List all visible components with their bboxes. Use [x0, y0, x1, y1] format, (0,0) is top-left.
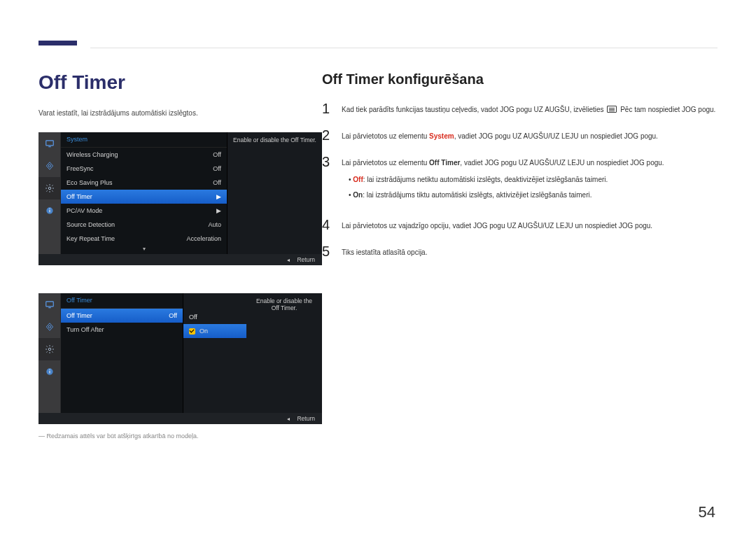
picture-icon[interactable]: [38, 155, 60, 177]
left-column: Off Timer Varat iestatīt, lai izstrādāju…: [38, 71, 322, 440]
option-on[interactable]: On: [183, 324, 246, 338]
page-number: 54: [699, 503, 715, 521]
page-title: Off Timer: [38, 71, 322, 94]
menu-source-detection[interactable]: Source DetectionAuto: [61, 218, 227, 232]
step-number: 2: [322, 128, 333, 142]
osd-description: Enable or disable the Off Timer.: [227, 132, 322, 254]
check-icon: [189, 328, 195, 335]
step-number: 5: [322, 244, 333, 258]
divider: [90, 48, 718, 48]
picture-icon[interactable]: [38, 316, 60, 338]
osd-header: System: [61, 132, 227, 148]
section-title: Off Timer konfigurēšana: [322, 71, 718, 87]
step-number: 1: [322, 101, 333, 115]
back-arrow-icon: ◂: [287, 257, 290, 263]
step-text: Lai pārvietotos uz elementu Off Timer, v…: [342, 155, 718, 205]
step-number: 4: [322, 218, 333, 232]
step-text: Kad tiek parādīts funkcijas taustiņu ceļ…: [342, 101, 718, 115]
osd-footer: ◂ Return: [38, 254, 322, 265]
monitor-icon[interactable]: [38, 132, 60, 155]
menu-pc-av-mode[interactable]: PC/AV Mode▶: [61, 204, 227, 218]
svg-rect-7: [46, 302, 53, 307]
svg-rect-1: [48, 146, 51, 147]
settings-icon[interactable]: [38, 338, 60, 360]
menu-freesync[interactable]: FreeSyncOff: [61, 162, 227, 176]
right-column: Off Timer konfigurēšana 1 Kad tiek parād…: [322, 71, 718, 271]
return-label[interactable]: Return: [297, 415, 315, 422]
svg-rect-8: [48, 307, 51, 308]
options-column: Off On: [183, 293, 246, 413]
step-text: Tiks iestatīta atlasītā opcija.: [342, 244, 718, 258]
monitor-icon[interactable]: [38, 293, 60, 316]
svg-rect-13: [49, 370, 50, 370]
scroll-down-indicator: ▾: [61, 246, 227, 254]
menu-icon: [607, 106, 617, 113]
osd-header: Off Timer: [61, 293, 183, 309]
osd-system-menu: System Wireless ChargingOff FreeSyncOff …: [38, 132, 322, 265]
bullet-off: Off: lai izstrādājums netiktu automātisk…: [349, 174, 718, 185]
step-4: 4 Lai pārvietotos uz vajadzīgo opciju, v…: [322, 218, 718, 232]
svg-rect-6: [49, 209, 50, 209]
back-arrow-icon: ◂: [287, 416, 290, 422]
step-3: 3 Lai pārvietotos uz elementu Off Timer,…: [322, 155, 718, 205]
osd-sidebar: [38, 293, 61, 413]
osd-off-timer-menu: Off Timer Off TimerOff Turn Off After Of…: [38, 293, 322, 424]
osd-menu-list: System Wireless ChargingOff FreeSyncOff …: [61, 132, 227, 254]
svg-rect-0: [46, 141, 53, 146]
info-icon[interactable]: [38, 360, 60, 383]
bullet-list: Off: lai izstrādājums netiktu automātisk…: [349, 174, 718, 201]
menu-wireless-charging[interactable]: Wireless ChargingOff: [61, 148, 227, 162]
osd-submenu-list: Off Timer Off TimerOff Turn Off After: [61, 293, 183, 413]
step-5: 5 Tiks iestatīta atlasītā opcija.: [322, 244, 718, 258]
svg-rect-12: [49, 371, 50, 374]
step-1: 1 Kad tiek parādīts funkcijas taustiņu c…: [322, 101, 718, 115]
step-text: Lai pārvietotos uz vajadzīgo opciju, vad…: [342, 218, 718, 232]
chapter-bar: [38, 41, 77, 45]
svg-rect-5: [49, 210, 50, 213]
submenu-turn-off-after[interactable]: Turn Off After: [61, 323, 183, 337]
svg-point-9: [48, 325, 51, 328]
info-icon[interactable]: [38, 199, 60, 222]
settings-icon[interactable]: [38, 177, 60, 199]
svg-point-2: [48, 164, 51, 167]
return-label[interactable]: Return: [297, 256, 315, 263]
intro-text: Varat iestatīt, lai izstrādājums automāt…: [38, 109, 322, 117]
step-text: Lai pārvietotos uz elementu System, vadi…: [342, 128, 718, 142]
menu-off-timer[interactable]: Off Timer▶: [61, 190, 227, 204]
step-2: 2 Lai pārvietotos uz elementu System, va…: [322, 128, 718, 142]
option-off[interactable]: Off: [183, 310, 246, 324]
menu-key-repeat[interactable]: Key Repeat TimeAcceleration: [61, 232, 227, 246]
submenu-off-timer[interactable]: Off TimerOff: [61, 309, 183, 323]
footnote: ― Redzamais attēls var būt atšķirīgs atk…: [38, 433, 322, 440]
menu-eco-saving[interactable]: Eco Saving PlusOff: [61, 176, 227, 190]
svg-point-3: [48, 187, 51, 190]
osd-sidebar: [38, 132, 61, 254]
osd-footer: ◂ Return: [38, 413, 322, 424]
osd-description: Enable or disable the Off Timer.: [246, 293, 322, 413]
bullet-on: On: lai izstrādājums tiktu automātiski i…: [349, 190, 718, 201]
step-number: 3: [322, 155, 333, 205]
svg-point-10: [48, 348, 51, 351]
